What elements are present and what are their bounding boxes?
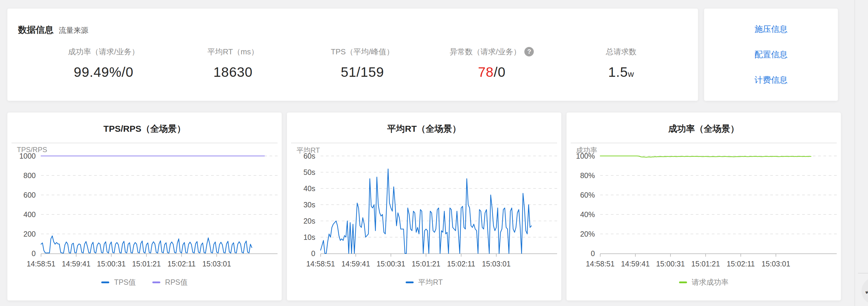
legend-dash-icon [152,281,160,283]
metric-label: 平均RT（ms） [208,47,259,57]
legend-label: RPS值 [165,277,187,287]
chart-card-success-rate: 成功率（全场景） 成功率 020%40%60%80%100%14:58:5114… [566,112,841,301]
svg-text:14:58:51: 14:58:51 [306,259,335,268]
chart-legend: 请求成功率 [566,277,841,287]
metric-value: 99.49%/0 [74,64,133,80]
svg-text:200: 200 [23,230,36,238]
chart-body: TPS/RPS 0200400600800100014:58:5114:59:4… [7,143,282,287]
chart-title: 平均RT（全场景） [388,121,461,135]
metric-label-text: 异常数（请求/业务） [450,47,521,57]
legend-item-tps[interactable]: TPS值 [101,277,136,287]
avg-rt-chart-canvas[interactable]: 010s20s30s40s50s60s14:58:5114:59:4115:00… [287,143,561,270]
svg-text:15:02:11: 15:02:11 [447,259,475,268]
error-count-rest: /0 [494,64,505,80]
svg-text:14:59:41: 14:59:41 [621,259,650,268]
chart-card-tps-rps: TPS/RPS（全场景） TPS/RPS 0200400600800100014… [7,112,282,301]
legend-item-rps[interactable]: RPS值 [152,277,187,287]
metric-label: TPS（平均/峰值） [331,47,394,57]
metric-label: 总请求数 [606,47,637,57]
traffic-source-label: 流量来源 [59,25,88,35]
svg-text:15:03:01: 15:03:01 [482,259,510,268]
legend-dash-icon [679,281,687,283]
svg-text:400: 400 [23,210,36,219]
help-icon[interactable]: ? [524,47,534,56]
total-requests-unit: w [628,69,634,79]
chart-card-avg-rt: 平均RT（全场景） 平均RT 010s20s30s40s50s60s14:58:… [287,112,562,301]
links-card: 施压信息 配置信息 计费信息 [704,8,838,101]
legend-dash-icon [406,281,414,283]
metric-label: 异常数（请求/业务） ? [450,47,534,57]
metrics-row: 成功率（请求/业务） 99.49%/0 平均RT（ms） 18630 TPS（平… [7,47,698,80]
error-count-red: 78 [478,64,494,80]
y-axis-label: TPS/RPS [17,146,47,154]
chart-header: 平均RT（全场景） [291,113,557,143]
svg-text:14:59:41: 14:59:41 [341,259,370,268]
floating-feedback-button[interactable]: ✓ [862,277,868,305]
metric-total-requests: 总请求数 1.5w [562,47,680,80]
svg-text:15:03:01: 15:03:01 [762,259,790,268]
svg-text:14:58:51: 14:58:51 [586,259,614,268]
svg-text:40s: 40s [304,184,315,192]
feedback-glyph-icon: ✓ [864,284,868,298]
svg-text:15:01:21: 15:01:21 [691,259,720,268]
svg-text:30s: 30s [304,201,315,209]
metric-value: 78/0 [478,64,506,80]
svg-text:0: 0 [311,249,315,257]
metric-tps: TPS（平均/峰值） 51/159 [304,47,422,80]
chart-legend: TPS值 RPS值 [7,277,282,287]
chart-body: 成功率 020%40%60%80%100%14:58:5114:59:4115:… [566,143,841,287]
svg-text:15:02:11: 15:02:11 [167,259,195,268]
metric-value: 18630 [213,64,253,80]
chart-header: 成功率（全场景） [571,113,837,143]
svg-text:20%: 20% [580,230,595,238]
svg-text:15:03:01: 15:03:01 [202,259,231,268]
metric-success-rate: 成功率（请求/业务） 99.49%/0 [44,47,163,80]
link-billing-info[interactable]: 计费信息 [755,74,788,86]
y-axis-label: 平均RT [297,146,320,155]
chart-legend: 平均RT [287,277,561,287]
svg-text:15:00:31: 15:00:31 [97,259,125,268]
tps-rps-chart-canvas[interactable]: 0200400600800100014:58:5114:59:4115:00:3… [7,143,282,270]
success-rate-chart-canvas[interactable]: 020%40%60%80%100%14:58:5114:59:4115:00:3… [566,143,841,270]
svg-text:10s: 10s [304,233,315,241]
svg-text:800: 800 [23,171,36,180]
link-pressure-info[interactable]: 施压信息 [755,24,788,35]
svg-text:50s: 50s [304,168,315,176]
legend-label: 平均RT [418,277,443,287]
legend-item-success-rate[interactable]: 请求成功率 [679,277,728,287]
svg-text:600: 600 [23,191,36,199]
chart-title: 成功率（全场景） [669,121,739,135]
svg-text:15:00:31: 15:00:31 [656,259,685,268]
metric-avg-rt: 平均RT（ms） 18630 [174,47,292,80]
svg-text:15:00:31: 15:00:31 [376,259,405,268]
info-card-header: 数据信息 流量来源 [18,24,88,36]
svg-text:60%: 60% [580,191,595,199]
svg-text:0: 0 [32,249,36,257]
right-strip-rule [858,273,868,274]
legend-label: 请求成功率 [692,277,728,287]
svg-text:14:59:41: 14:59:41 [62,259,90,268]
svg-text:40%: 40% [580,210,595,219]
svg-text:15:01:21: 15:01:21 [132,259,161,268]
metric-label: 成功率（请求/业务） [68,47,139,57]
metric-value: 1.5w [608,64,634,80]
chart-body: 平均RT 010s20s30s40s50s60s14:58:5114:59:41… [287,143,561,287]
metric-error-count: 异常数（请求/业务） ? 78/0 [433,47,551,80]
svg-text:20s: 20s [304,217,315,225]
legend-item-avg-rt[interactable]: 平均RT [406,277,443,287]
total-requests-number: 1.5 [608,64,628,80]
data-info-card: 数据信息 流量来源 成功率（请求/业务） 99.49%/0 平均RT（ms） 1… [7,8,698,101]
page-right-divider [855,0,855,306]
svg-text:80%: 80% [580,171,595,180]
svg-text:15:01:21: 15:01:21 [411,259,440,268]
chart-header: TPS/RPS（全场景） [11,113,278,143]
y-axis-label: 成功率 [576,146,597,155]
chart-title: TPS/RPS（全场景） [103,121,185,135]
legend-label: TPS值 [114,277,136,287]
metric-value: 51/159 [341,64,384,80]
legend-dash-icon [101,281,109,283]
svg-text:15:02:11: 15:02:11 [726,259,755,268]
page-title: 数据信息 [18,24,54,36]
svg-text:14:58:51: 14:58:51 [27,259,55,268]
link-config-info[interactable]: 配置信息 [755,49,788,60]
